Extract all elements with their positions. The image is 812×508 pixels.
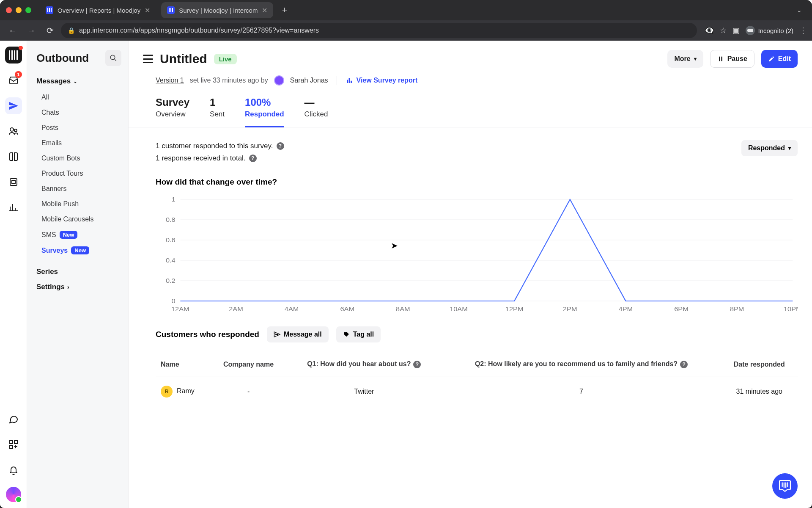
rail-contacts[interactable] <box>5 123 22 140</box>
pause-icon <box>717 55 724 62</box>
sidebar-title: Outbound <box>36 52 89 65</box>
status-badge: Live <box>214 54 237 64</box>
svg-text:0.4: 0.4 <box>166 257 176 264</box>
sidebar-item-posts[interactable]: Posts <box>36 120 124 135</box>
pause-button[interactable]: Pause <box>710 50 754 68</box>
sidebar-item-product-tours[interactable]: Product Tours <box>36 166 124 181</box>
svg-text:1: 1 <box>172 196 176 203</box>
help-icon[interactable]: ? <box>413 361 421 368</box>
rail-notifications[interactable] <box>5 461 22 478</box>
tabs-overflow-button[interactable]: ⌄ <box>793 7 806 14</box>
tab-close-icon[interactable]: ✕ <box>262 6 267 14</box>
new-tab-button[interactable]: + <box>278 5 291 16</box>
sidebar: Outbound Messages ⌄ All Chats Posts Emai… <box>27 41 129 508</box>
summary-line-1: 1 customer responded to this survey. <box>156 140 273 152</box>
sidebar-section-series[interactable]: Series <box>36 268 124 276</box>
browser-menu-icon[interactable]: ⋮ <box>799 26 807 35</box>
stat-value: 1 <box>210 97 225 108</box>
rail-reports[interactable] <box>5 199 22 216</box>
sidebar-item-chats[interactable]: Chats <box>36 105 124 120</box>
bookmark-star-icon[interactable]: ☆ <box>720 26 727 35</box>
rail-user-avatar[interactable] <box>6 487 21 502</box>
help-icon[interactable]: ? <box>680 361 688 368</box>
col-q1[interactable]: Q1: How did you hear about us?? <box>286 353 442 376</box>
tag-all-button[interactable]: Tag all <box>336 326 381 342</box>
svg-rect-8 <box>719 57 720 61</box>
svg-text:6AM: 6AM <box>340 306 354 312</box>
window-zoom-dot[interactable] <box>25 7 31 13</box>
eye-off-icon[interactable]: 👁‍🗨 <box>705 26 714 35</box>
sidebar-section-messages[interactable]: Messages ⌄ <box>36 77 124 86</box>
svg-text:12PM: 12PM <box>505 306 524 312</box>
main-content: Untitled Live More ▾ Pause Edit Version … <box>129 41 812 508</box>
sidebar-section-settings[interactable]: Settings › <box>36 283 124 291</box>
col-company[interactable]: Company name <box>211 353 286 376</box>
rail-outbound[interactable] <box>5 97 22 114</box>
responders-table: Name Company name Q1: How did you hear a… <box>156 353 798 407</box>
message-all-button[interactable]: Message all <box>267 326 329 342</box>
filter-label: Responded <box>748 144 785 152</box>
stat-clicked[interactable]: — Clicked <box>304 97 328 127</box>
stat-sent[interactable]: 1 Sent <box>210 97 225 127</box>
sidebar-item-mobile-push[interactable]: Mobile Push <box>36 196 124 212</box>
sidebar-item-all[interactable]: All <box>36 90 124 105</box>
col-name[interactable]: Name <box>156 353 211 376</box>
incognito-indicator[interactable]: Incognito (2) <box>746 26 793 35</box>
page-header: Untitled Live More ▾ Pause Edit <box>129 41 812 73</box>
window-close-dot[interactable] <box>6 7 12 13</box>
browser-address-bar: ← → ⟳ 🔒 app.intercom.com/a/apps/nnsgmgob… <box>0 20 812 41</box>
sidebar-item-mobile-carousels[interactable]: Mobile Carousels <box>36 212 124 227</box>
view-report-link[interactable]: View Survey report <box>346 77 418 84</box>
sidebar-item-sms[interactable]: SMS New <box>36 227 124 243</box>
intercom-launcher[interactable] <box>772 473 798 499</box>
sidebar-item-label: Product Tours <box>41 170 83 177</box>
nav-reload-button[interactable]: ⟳ <box>42 23 58 38</box>
tab-title: Overview | Reports | Moodjoy <box>58 7 140 14</box>
rail-messenger[interactable] <box>5 411 22 428</box>
sidebar-toggle-button[interactable] <box>143 55 153 63</box>
version-link[interactable]: Version 1 <box>156 77 184 84</box>
svg-text:2AM: 2AM <box>229 306 243 312</box>
browser-tab-0[interactable]: Overview | Reports | Moodjoy ✕ <box>40 2 156 18</box>
author-avatar <box>274 75 284 86</box>
divider <box>337 76 337 85</box>
nav-back-button[interactable]: ← <box>5 23 20 38</box>
rail-apps[interactable] <box>5 436 22 453</box>
rail-articles[interactable] <box>5 148 22 165</box>
rail-operator[interactable] <box>5 174 22 190</box>
address-field[interactable]: 🔒 app.intercom.com/a/apps/nnsgmgob/outbo… <box>61 23 697 38</box>
svg-rect-6 <box>10 445 13 448</box>
col-q2[interactable]: Q2: How likely are you to recommend us t… <box>442 353 721 376</box>
panel-icon[interactable]: ▣ <box>732 26 740 35</box>
sidebar-messages-list: All Chats Posts Emails Custom Bots Produ… <box>36 90 124 258</box>
stat-label: Sent <box>210 110 225 119</box>
sidebar-item-emails[interactable]: Emails <box>36 135 124 151</box>
table-row[interactable]: RRamy - Twitter 7 31 minutes ago <box>156 376 798 407</box>
browser-tab-1[interactable]: Survey | Moodjoy | Intercom ✕ <box>161 2 273 18</box>
svg-rect-10 <box>347 80 348 83</box>
nav-forward-button[interactable]: → <box>24 23 39 38</box>
svg-text:10PM: 10PM <box>784 306 798 312</box>
app-logo[interactable] <box>5 47 22 64</box>
stat-overview[interactable]: Survey Overview <box>156 97 189 127</box>
sidebar-item-custom-bots[interactable]: Custom Bots <box>36 151 124 166</box>
col-date[interactable]: Date responded <box>721 353 798 376</box>
svg-rect-2 <box>10 179 17 185</box>
svg-rect-12 <box>351 81 352 83</box>
sidebar-item-label: Mobile Carousels <box>41 215 94 223</box>
filter-dropdown[interactable]: Responded ▾ <box>741 140 798 156</box>
row-q1: Twitter <box>286 376 442 407</box>
sidebar-search-button[interactable] <box>105 50 121 66</box>
stat-value: Survey <box>156 97 189 108</box>
window-minimize-dot[interactable] <box>16 7 22 13</box>
sidebar-item-surveys[interactable]: Surveys New <box>36 243 124 258</box>
tab-close-icon[interactable]: ✕ <box>145 6 150 14</box>
sidebar-item-banners[interactable]: Banners <box>36 181 124 196</box>
rail-inbox[interactable]: 1 <box>5 72 22 89</box>
edit-button[interactable]: Edit <box>761 50 798 68</box>
stat-responded[interactable]: 100% Responded <box>245 97 284 127</box>
help-icon[interactable]: ? <box>277 142 284 150</box>
row-avatar: R <box>161 386 173 398</box>
help-icon[interactable]: ? <box>249 155 257 162</box>
more-button[interactable]: More ▾ <box>667 50 703 68</box>
